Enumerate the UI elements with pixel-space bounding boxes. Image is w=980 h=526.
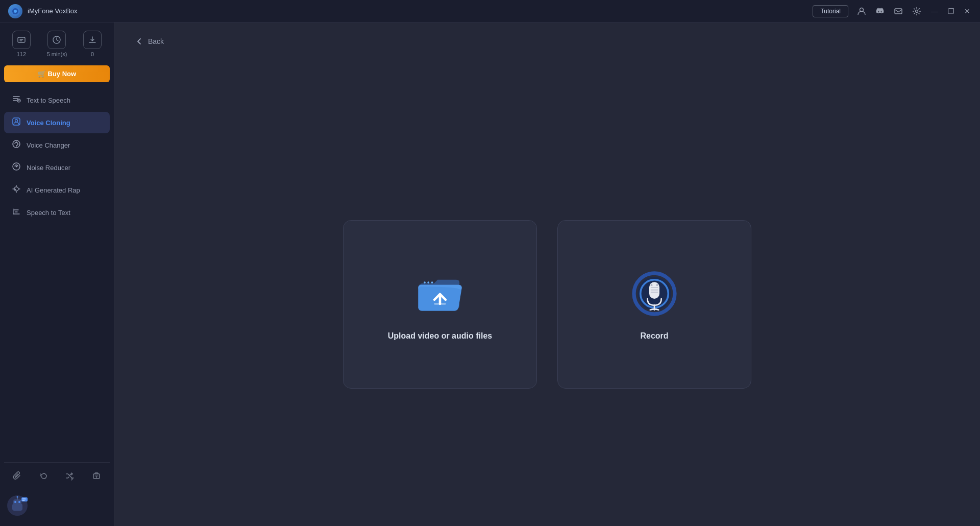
- back-arrow-icon: [135, 37, 144, 46]
- stat-time: 5 min(s): [47, 31, 67, 57]
- svg-point-13: [16, 166, 17, 168]
- voices-count: 112: [17, 51, 26, 57]
- svg-point-22: [17, 496, 18, 498]
- back-button[interactable]: Back: [135, 37, 164, 46]
- content-area: Back: [114, 22, 980, 526]
- ai-rap-icon: [11, 184, 21, 196]
- svg-point-5: [916, 10, 918, 12]
- buy-now-button[interactable]: 🛒 Buy Now: [4, 65, 110, 82]
- sidebar-item-voice-cloning[interactable]: Voice Cloning: [4, 112, 110, 133]
- sidebar: 112 5 min(s) 0: [0, 22, 114, 526]
- svg-rect-34: [651, 290, 658, 291]
- noise-reducer-icon: [11, 162, 21, 173]
- sidebar-item-label: Voice Cloning: [27, 119, 70, 127]
- text-to-speech-icon: [11, 94, 21, 106]
- app-title: iMyFone VoxBox: [28, 7, 813, 15]
- svg-rect-31: [651, 284, 653, 286]
- sidebar-item-label: Voice Changer: [27, 141, 70, 149]
- sidebar-item-voice-changer[interactable]: Voice Changer: [4, 134, 110, 156]
- discord-icon[interactable]: [875, 6, 885, 16]
- sidebar-item-label: Speech to Text: [27, 209, 70, 217]
- minimize-button[interactable]: —: [930, 7, 939, 16]
- sidebar-item-label: Noise Reducer: [27, 164, 70, 172]
- main-layout: 112 5 min(s) 0: [0, 22, 980, 526]
- download-icon: [83, 31, 102, 49]
- svg-rect-33: [651, 287, 658, 288]
- sidebar-navigation: Text to Speech Voice Cloning: [4, 89, 110, 458]
- svg-rect-23: [21, 497, 28, 501]
- stat-downloads: 0: [83, 31, 102, 57]
- svg-point-24: [424, 281, 426, 283]
- svg-point-19: [14, 501, 16, 503]
- sidebar-bottom-icons: [4, 462, 110, 486]
- voice-changer-icon: [11, 139, 21, 151]
- close-button[interactable]: ✕: [963, 7, 972, 16]
- repeat-icon[interactable]: [36, 468, 52, 484]
- sidebar-item-ai-generated-rap[interactable]: AI Generated Rap: [4, 179, 110, 201]
- time-icon: [47, 31, 66, 49]
- upload-card[interactable]: Upload video or audio files: [343, 220, 537, 389]
- tutorial-button[interactable]: Tutorial: [813, 5, 848, 17]
- svg-rect-4: [895, 9, 902, 14]
- svg-point-26: [431, 281, 433, 283]
- stat-voices: 112: [12, 31, 31, 57]
- time-remaining: 5 min(s): [47, 51, 67, 57]
- option-cards-row: Upload video or audio files: [135, 97, 960, 512]
- svg-rect-32: [656, 284, 658, 286]
- account-icon[interactable]: [856, 6, 867, 16]
- attachment-icon[interactable]: [9, 468, 26, 484]
- mail-icon[interactable]: [893, 6, 903, 16]
- sidebar-item-text-to-speech[interactable]: Text to Speech: [4, 89, 110, 111]
- tools-icon[interactable]: [88, 468, 105, 484]
- settings-icon[interactable]: [912, 6, 922, 16]
- titlebar-icon-group: [856, 6, 922, 16]
- titlebar: iMyFone VoxBox Tutorial —: [0, 0, 980, 22]
- bot-section: [4, 491, 110, 520]
- maximize-button[interactable]: ❐: [946, 7, 955, 16]
- record-card-label: Record: [640, 331, 668, 341]
- sidebar-item-speech-to-text[interactable]: Speech to Text: [4, 202, 110, 223]
- sidebar-item-noise-reducer[interactable]: Noise Reducer: [4, 157, 110, 178]
- upload-card-label: Upload video or audio files: [388, 331, 492, 341]
- svg-point-2: [14, 10, 17, 13]
- record-icon: [629, 268, 680, 319]
- sidebar-item-label: Text to Speech: [27, 97, 70, 104]
- shuffle-icon[interactable]: [62, 468, 78, 484]
- sidebar-item-label: AI Generated Rap: [27, 186, 80, 194]
- upload-icon: [414, 268, 465, 319]
- app-logo: [8, 4, 22, 18]
- back-label: Back: [148, 37, 164, 45]
- stats-row: 112 5 min(s) 0: [4, 29, 110, 59]
- svg-point-20: [18, 501, 20, 503]
- svg-point-14: [14, 187, 18, 191]
- record-card[interactable]: Record: [557, 220, 751, 389]
- speech-to-text-icon: [11, 207, 21, 218]
- voices-icon: [12, 31, 31, 49]
- downloads-count: 0: [91, 51, 94, 57]
- voice-cloning-icon: [11, 117, 21, 128]
- window-controls: — ❐ ✕: [930, 7, 972, 16]
- svg-rect-35: [651, 292, 658, 293]
- svg-point-25: [427, 281, 429, 283]
- bot-avatar: [6, 494, 29, 517]
- svg-rect-6: [18, 37, 25, 42]
